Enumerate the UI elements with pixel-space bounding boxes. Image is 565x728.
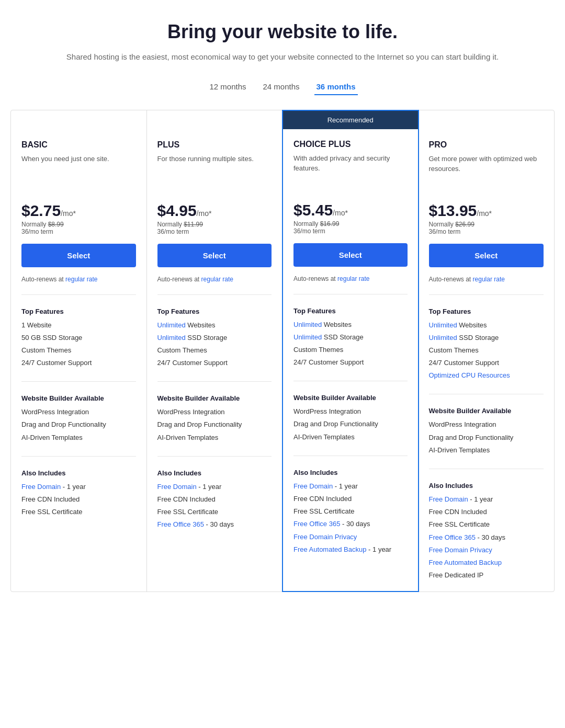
term-24months[interactable]: 24 months <box>261 79 301 94</box>
feature-item: 50 GB SSD Storage <box>21 333 136 343</box>
divider-top-pro <box>429 294 544 295</box>
feature-item: Unlimited SSD Storage <box>157 333 272 343</box>
feature-item: Unlimited Websites <box>293 320 408 329</box>
also-item: Free Automated Backup <box>429 558 544 567</box>
plan-desc-pro: Get more power with optimized web resour… <box>429 154 544 174</box>
top-features-choice-plus: Top FeaturesUnlimited WebsitesUnlimited … <box>283 302 418 379</box>
also-item: Free Office 365 - 30 days <box>157 520 272 529</box>
feature-item: Custom Themes <box>21 346 136 355</box>
builder-item: AI-Driven Templates <box>157 433 272 442</box>
divider-also-pro <box>429 469 544 469</box>
page-title: Bring your website to life. <box>10 21 555 43</box>
divider-also-choice-plus <box>293 456 408 456</box>
regular-rate-link-plus[interactable]: regular rate <box>201 276 233 283</box>
plan-header-pro: PRO Get more power with optimized web re… <box>419 130 555 198</box>
feature-item: 24/7 Customer Support <box>293 358 408 367</box>
plan-price-basic: $2.75/mo* <box>21 203 136 219</box>
term-36months[interactable]: 36 months <box>314 79 358 94</box>
regular-rate-link-pro[interactable]: regular rate <box>473 276 505 283</box>
plans-grid: BASIC When you need just one site. $2.75… <box>10 110 555 593</box>
plan-normal-price-basic: Normally $8.9936/mo term <box>21 221 136 235</box>
also-includes-pro: Also IncludesFree Domain - 1 yearFree CD… <box>419 476 555 592</box>
top-features-title-plus: Top Features <box>157 308 272 315</box>
plan-price-section-choice-plus: $5.45/mo* Normally $16.9936/mo term <box>283 197 418 243</box>
builder-item: Drag and Drop Functionality <box>293 419 408 429</box>
divider-mid-plus <box>157 381 272 382</box>
also-title-choice-plus: Also Includes <box>293 469 408 476</box>
top-features-pro: Top FeaturesUnlimited WebsitesUnlimited … <box>419 302 555 392</box>
plan-desc-basic: When you need just one site. <box>21 154 136 164</box>
feature-item: Unlimited SSD Storage <box>429 333 544 343</box>
also-item: Free Office 365 - 30 days <box>293 519 408 529</box>
select-button-basic[interactable]: Select <box>21 244 136 267</box>
divider-top-plus <box>157 294 272 295</box>
plan-price-section-basic: $2.75/mo* Normally $8.9936/mo term <box>11 198 146 244</box>
feature-item: 24/7 Customer Support <box>21 358 136 368</box>
plan-desc-plus: For those running multiple sites. <box>157 154 272 164</box>
also-item: Free Domain - 1 year <box>21 482 136 492</box>
term-selector: 12 months 24 months 36 months <box>10 79 555 94</box>
spacer-badge <box>419 110 555 130</box>
builder-title-plus: Website Builder Available <box>157 394 272 402</box>
plan-normal-price-plus: Normally $11.9936/mo term <box>157 221 272 235</box>
divider-mid-basic <box>21 381 136 382</box>
builder-title-basic: Website Builder Available <box>21 394 136 402</box>
feature-item: Unlimited Websites <box>157 321 272 330</box>
auto-renews-plus: Auto-renews at regular rate <box>147 275 282 292</box>
divider-also-basic <box>21 456 136 457</box>
select-button-plus[interactable]: Select <box>157 244 272 267</box>
feature-item: 24/7 Customer Support <box>157 358 272 368</box>
auto-renews-pro: Auto-renews at regular rate <box>419 275 555 292</box>
plan-header-basic: BASIC When you need just one site. <box>11 130 146 198</box>
also-includes-choice-plus: Also IncludesFree Domain - 1 yearFree CD… <box>283 463 418 566</box>
plan-name-plus: PLUS <box>157 140 272 150</box>
select-button-pro[interactable]: Select <box>429 244 544 267</box>
builder-title-pro: Website Builder Available <box>429 407 544 415</box>
regular-rate-link-basic[interactable]: regular rate <box>65 276 97 283</box>
feature-item: Custom Themes <box>157 346 272 355</box>
top-features-title-basic: Top Features <box>21 308 136 315</box>
also-item: Free Domain Privacy <box>429 545 544 555</box>
also-title-plus: Also Includes <box>157 469 272 477</box>
also-item: Free CDN Included <box>21 495 136 504</box>
auto-renews-basic: Auto-renews at regular rate <box>11 275 146 292</box>
plan-header-plus: PLUS For those running multiple sites. <box>147 130 282 198</box>
plan-normal-price-pro: Normally $26.9936/mo term <box>429 221 544 235</box>
top-features-title-choice-plus: Top Features <box>293 307 408 315</box>
divider-mid-choice-plus <box>293 381 408 381</box>
also-item: Free Automated Backup - 1 year <box>293 545 408 554</box>
also-item: Free Domain - 1 year <box>293 482 408 491</box>
builder-features-basic: Website Builder AvailableWordPress Integ… <box>11 389 146 454</box>
feature-item: Custom Themes <box>293 345 408 355</box>
feature-item: Unlimited Websites <box>429 321 544 330</box>
builder-features-plus: Website Builder AvailableWordPress Integ… <box>147 389 282 454</box>
top-features-basic: Top Features1 Website50 GB SSD StorageCu… <box>11 302 146 380</box>
also-item: Free Domain - 1 year <box>429 495 544 504</box>
plan-desc-choice-plus: With added privacy and security features… <box>293 153 408 174</box>
select-button-choice-plus[interactable]: Select <box>293 243 408 267</box>
builder-item: WordPress Integration <box>21 407 136 417</box>
feature-item: Unlimited SSD Storage <box>293 333 408 342</box>
also-includes-basic: Also IncludesFree Domain - 1 yearFree CD… <box>11 464 146 529</box>
also-title-basic: Also Includes <box>21 469 136 477</box>
auto-renews-choice-plus: Auto-renews at regular rate <box>283 274 418 292</box>
also-item: Free Office 365 - 30 days <box>429 533 544 542</box>
feature-item: Custom Themes <box>429 346 544 355</box>
plan-price-choice-plus: $5.45/mo* <box>293 202 408 218</box>
also-item: Free SSL Certificate <box>21 507 136 517</box>
also-item: Free Domain Privacy <box>293 532 408 542</box>
top-features-plus: Top FeaturesUnlimited WebsitesUnlimited … <box>147 302 282 380</box>
term-12months[interactable]: 12 months <box>207 79 248 94</box>
also-item: Free CDN Included <box>429 507 544 517</box>
divider-mid-pro <box>429 394 544 394</box>
plan-col-choice-plus: Recommended CHOICE PLUS With added priva… <box>282 110 419 593</box>
plan-col-basic: BASIC When you need just one site. $2.75… <box>11 110 147 592</box>
also-item: Free CDN Included <box>157 495 272 504</box>
plan-name-basic: BASIC <box>21 140 136 150</box>
also-item: Free Dedicated IP <box>429 571 544 580</box>
spacer-badge <box>147 110 282 130</box>
plan-header-choice-plus: CHOICE PLUS With added privacy and secur… <box>283 129 418 197</box>
regular-rate-link-choice-plus[interactable]: regular rate <box>337 275 369 282</box>
feature-item: 24/7 Customer Support <box>429 358 544 368</box>
builder-item: WordPress Integration <box>429 420 544 429</box>
